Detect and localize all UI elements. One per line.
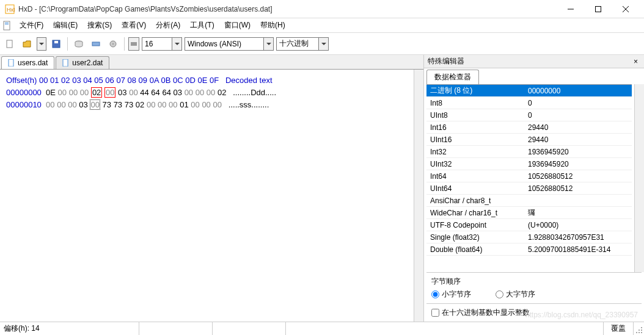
hex-display-check[interactable]: 在十六进制基数中显示整数 [426,303,642,322]
svg-point-26 [641,327,642,328]
inspector-row[interactable]: Int80 [426,97,632,109]
svg-rect-11 [54,41,58,43]
menu-file[interactable]: 文件(F) [15,19,48,32]
separator [124,37,125,51]
inspector-value: 1936945920 [524,160,632,168]
svg-point-23 [641,330,642,331]
inspector-key: 二进制 (8 位) [426,85,524,96]
inspector-value: 玀 [524,207,632,218]
menu-view[interactable]: 查看(V) [117,19,151,32]
inspector-value: 1936945920 [524,148,632,156]
inspector-value: 10526880512 [524,184,632,193]
save-button[interactable] [49,37,64,51]
inspector-panel: 特殊编辑器 × 数据检查器 二进制 (8 位)00000000Int80UInt… [424,55,644,322]
inspector-row[interactable]: 二进制 (8 位)00000000 [426,85,632,97]
inspector-row[interactable]: Int321936945920 [426,146,632,158]
inspector-row[interactable]: UInt321936945920 [426,158,632,170]
tab-data-inspector[interactable]: 数据检查器 [426,70,479,84]
resize-grip[interactable] [633,322,644,335]
hex-row[interactable]: 00000010 00 00 00 03 00 73 73 73 02 00 0… [6,99,417,111]
menu-help[interactable]: 帮助(H) [255,19,290,32]
tab-label: users.dat [18,59,48,67]
file-tabbar: users.dat user2.dat [0,55,423,70]
svg-rect-13 [92,42,100,46]
doc-icon [2,21,12,31]
inspector-key: UInt8 [426,111,524,120]
content-area: users.dat user2.dat Offset(h) 00 01 02 0… [0,55,644,322]
byte-order-label: 字节顺序 [431,276,637,287]
menu-tool[interactable]: 工具(T) [185,19,219,32]
file-icon [8,59,15,67]
data-inspector-table[interactable]: 二进制 (8 位)00000000Int80UInt80Int1629440UI… [426,84,632,272]
svg-rect-9 [7,40,12,48]
app-icon: HxD [5,4,15,14]
open-button[interactable] [20,37,34,51]
little-endian-radio[interactable]: 小字节序 [431,289,471,300]
ram-button[interactable] [89,37,103,51]
inspector-key: Double (float64) [426,245,524,254]
titlebar: HxD HxD - [C:\ProgramData\PopCap Games\P… [0,0,644,18]
inspector-row[interactable]: Int6410526880512 [426,170,632,182]
inspector-row[interactable]: AnsiChar / char8_t [426,195,632,207]
hex-row[interactable]: 00000000 0E 00 00 00 02 00 03 00 44 64 6… [6,87,417,99]
process-button[interactable] [106,37,120,51]
scrollbar-vertical[interactable] [634,84,644,272]
separator [67,37,68,51]
menu-analyze[interactable]: 分析(A) [151,19,185,32]
inspector-row[interactable]: Single (float32)1.92880342670957E31 [426,231,632,243]
inspector-row[interactable]: UInt80 [426,109,632,121]
inspector-row[interactable]: Double (float64)5.20097001885491E-314 [426,243,632,256]
disk-button[interactable] [71,37,86,51]
hex-view[interactable]: Offset(h) 00 01 02 03 04 05 06 07 08 09 … [0,70,423,322]
inspector-row[interactable]: UTF-8 Codepoint (U+0000) [426,219,632,231]
encoding-select[interactable] [185,37,264,51]
svg-rect-19 [9,59,13,67]
inspector-key: Single (float32) [426,233,524,242]
svg-rect-7 [5,23,9,23]
inspector-row[interactable]: Int1629440 [426,121,632,134]
inspector-row[interactable]: WideChar / char16_t玀 [426,207,632,219]
bytes-per-row-input[interactable] [142,37,172,51]
inspector-key: UInt16 [426,135,524,144]
base-dropdown[interactable] [319,37,329,51]
maximize-button[interactable] [584,1,612,18]
inspector-key: WideChar / char16_t [426,209,524,217]
byte-order-group: 字节顺序 小字节序 大字节序 [426,272,642,303]
menu-search[interactable]: 搜索(S) [82,19,117,32]
width-mode-dropdown[interactable] [128,37,139,51]
minimize-button[interactable] [557,1,584,18]
menu-window[interactable]: 窗口(W) [219,19,255,32]
svg-point-22 [639,332,640,333]
inspector-value: 1.92880342670957E31 [524,233,632,242]
bytes-per-row-dropdown[interactable] [172,37,182,51]
toolbar [0,33,644,55]
hex-display-checkbox[interactable] [431,309,439,317]
inspector-value: 00000000 [524,87,632,95]
inspector-key: AnsiChar / char8_t [426,196,524,205]
svg-point-24 [636,332,637,333]
tab-user2-dat[interactable]: user2.dat [56,56,109,69]
panel-close-button[interactable]: × [631,57,640,66]
encoding-dropdown[interactable] [264,37,274,51]
base-select[interactable] [276,37,319,51]
hex-panel: users.dat user2.dat Offset(h) 00 01 02 0… [0,55,424,322]
panel-titlebar: 特殊编辑器 × [424,55,644,68]
close-button[interactable] [612,1,639,18]
new-button[interactable] [2,37,17,51]
status-spacer [285,322,603,335]
scrollbar-vertical[interactable] [414,70,423,322]
tab-users-dat[interactable]: users.dat [1,56,54,69]
inspector-value: 29440 [524,135,632,144]
inspector-row[interactable]: UInt6410526880512 [426,182,632,195]
menu-edit[interactable]: 编辑(E) [48,19,82,32]
open-dropdown[interactable] [37,37,46,51]
inspector-row[interactable]: UInt1629440 [426,134,632,146]
file-icon [62,59,70,67]
panel-title-text: 特殊编辑器 [428,56,464,67]
inspector-key: Int32 [426,148,524,156]
status-offset: 偏移(h): 14 [0,323,139,334]
big-endian-radio[interactable]: 大字节序 [496,289,535,300]
menubar: 文件(F) 编辑(E) 搜索(S) 查看(V) 分析(A) 工具(T) 窗口(W… [0,18,644,33]
inspector-key: UInt32 [426,160,524,168]
hex-display-label: 在十六进制基数中显示整数 [442,308,530,318]
